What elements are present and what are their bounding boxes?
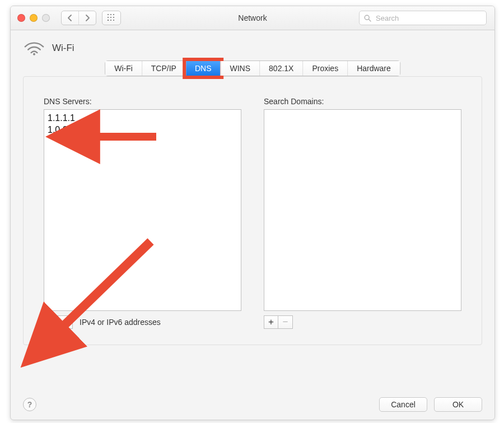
search-domains-add-remove: + − bbox=[264, 315, 293, 329]
titlebar: Network bbox=[11, 6, 494, 30]
preferences-window: Network Wi-Fi Wi-FiTCP/IPDNSWINS802.1XPr… bbox=[10, 6, 495, 420]
dns-server-row[interactable]: 1.0.0.1 bbox=[48, 124, 237, 136]
forward-button[interactable] bbox=[78, 11, 96, 25]
search-field[interactable] bbox=[359, 11, 487, 25]
nav-back-forward bbox=[61, 11, 96, 25]
dns-servers-column: DNS Servers: 1.1.1.11.0.0.1 + − IPv4 or … bbox=[44, 97, 241, 329]
wifi-icon bbox=[24, 40, 44, 56]
add-dns-server-button[interactable]: + bbox=[44, 315, 58, 329]
back-button[interactable] bbox=[62, 11, 78, 25]
tab-dns[interactable]: DNS bbox=[185, 61, 221, 76]
remove-search-domain-button[interactable]: − bbox=[278, 315, 293, 329]
tab-wins[interactable]: WINS bbox=[221, 61, 260, 76]
show-all-button[interactable] bbox=[102, 11, 121, 25]
tab-8021x[interactable]: 802.1X bbox=[259, 61, 302, 76]
sheet-footer: ? Cancel OK bbox=[11, 389, 494, 420]
dns-servers-list[interactable]: 1.1.1.11.0.0.1 bbox=[44, 109, 241, 311]
service-name: Wi-Fi bbox=[52, 43, 74, 54]
remove-dns-server-button[interactable]: − bbox=[58, 315, 73, 329]
search-input[interactable] bbox=[375, 13, 482, 23]
search-domains-list[interactable] bbox=[264, 109, 461, 311]
ok-button[interactable]: OK bbox=[434, 397, 482, 412]
window-controls bbox=[17, 14, 50, 22]
search-domains-column: Search Domains: + − bbox=[264, 97, 461, 329]
settings-tabbar: Wi-FiTCP/IPDNSWINS802.1XProxiesHardware bbox=[105, 61, 400, 76]
dns-server-row[interactable]: 1.1.1.1 bbox=[48, 112, 237, 124]
close-window-button[interactable] bbox=[17, 14, 25, 22]
minimize-window-button[interactable] bbox=[30, 14, 38, 22]
dns-hint: IPv4 or IPv6 addresses bbox=[80, 318, 161, 327]
zoom-window-button[interactable] bbox=[42, 14, 50, 22]
search-domains-label: Search Domains: bbox=[264, 97, 461, 106]
search-icon bbox=[364, 15, 371, 22]
tab-hardware[interactable]: Hardware bbox=[347, 61, 400, 76]
grid-icon bbox=[108, 14, 115, 22]
svg-line-1 bbox=[368, 19, 371, 21]
chevron-left-icon bbox=[67, 15, 73, 21]
annotation-highlight-ring bbox=[183, 58, 224, 79]
tab-proxies[interactable]: Proxies bbox=[302, 61, 347, 76]
cancel-button[interactable]: Cancel bbox=[379, 397, 427, 412]
service-header: Wi-Fi bbox=[11, 30, 494, 62]
tab-tcpip[interactable]: TCP/IP bbox=[142, 61, 185, 76]
svg-point-2 bbox=[33, 53, 35, 55]
help-button[interactable]: ? bbox=[23, 398, 36, 411]
chevron-right-icon bbox=[85, 15, 90, 21]
tab-wifi[interactable]: Wi-Fi bbox=[105, 61, 142, 76]
dns-servers-label: DNS Servers: bbox=[44, 97, 241, 106]
dns-panel: DNS Servers: 1.1.1.11.0.0.1 + − IPv4 or … bbox=[23, 76, 482, 345]
add-search-domain-button[interactable]: + bbox=[264, 315, 278, 329]
dns-servers-add-remove: + − bbox=[44, 315, 73, 329]
